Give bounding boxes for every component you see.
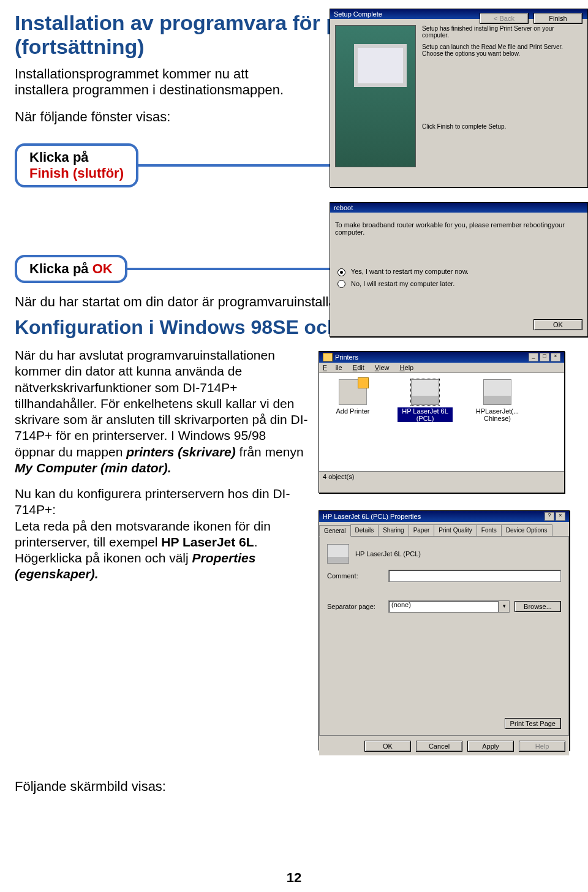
separator-select[interactable]: (none) — [388, 600, 499, 613]
setup-text-3: Click Finish to complete Setup. — [422, 123, 582, 130]
reboot-opt2-label: No, I will restart my computer later. — [351, 280, 454, 287]
setup-text-2: Setup can launch the Read Me file and Pr… — [422, 43, 582, 57]
finish-button[interactable]: Finish — [533, 13, 582, 24]
add-printer-icon — [339, 379, 367, 405]
callout-finish: Klicka på Finish (slutför) — [15, 143, 138, 187]
printer-icon — [411, 379, 439, 405]
tab-sharing[interactable]: Sharing — [378, 524, 409, 536]
callout-ok-pre: Klicka på — [29, 261, 92, 276]
tab-device-options[interactable]: Device Options — [501, 524, 552, 536]
add-printer-label: Add Printer — [336, 407, 369, 415]
reboot-opt1-label: Yes, I want to restart my computer now. — [351, 268, 469, 275]
printers-title: Printers — [335, 353, 358, 361]
reboot-opt-no[interactable]: No, I will restart my computer later. — [337, 280, 582, 289]
para-1: När du har avslutat programvaruinstallat… — [15, 347, 309, 476]
final-text: Följande skärmbild visas: — [15, 779, 573, 795]
minimize-icon[interactable]: _ — [529, 353, 538, 361]
callout-finish-red: Finish (slutför) — [29, 165, 124, 181]
reboot-title: reboot — [334, 204, 353, 211]
menu-view[interactable]: View — [375, 364, 390, 371]
printer-item-1[interactable]: HP LaserJet 6L (PCL) — [398, 379, 453, 465]
reboot-opt-yes[interactable]: Yes, I want to restart my computer now. — [337, 268, 582, 276]
menu-file[interactable]: File — [323, 364, 342, 371]
printer-icon — [327, 544, 349, 564]
printer-item-1-label: HP LaserJet 6L (PCL) — [398, 407, 453, 422]
para-2: Nu kan du konfigurera printerservern hos… — [15, 486, 309, 583]
tab-print-quality[interactable]: Print Quality — [434, 524, 477, 536]
properties-window: HP LaserJet 6L (PCL) Properties ? × Gene… — [318, 510, 570, 750]
callout-ok-red: OK — [92, 261, 113, 276]
radio-icon — [337, 280, 345, 288]
reboot-window: reboot To make broadband router workable… — [330, 202, 588, 337]
close-icon[interactable]: × — [556, 512, 565, 521]
props-printer-name: HP LaserJet 6L (PCL) — [355, 550, 421, 558]
props-ok-button[interactable]: OK — [364, 741, 411, 752]
browse-button[interactable]: Browse... — [514, 601, 561, 612]
comment-label: Comment: — [327, 572, 388, 580]
comment-input[interactable] — [388, 570, 561, 582]
tab-paper[interactable]: Paper — [409, 524, 435, 536]
reboot-msg: To make broadband router workable for yo… — [335, 221, 582, 236]
props-title: HP LaserJet 6L (PCL) Properties — [323, 513, 421, 520]
separator-label: Separator page: — [327, 603, 388, 610]
intro-text: Installationsprogrammet kommer nu att in… — [15, 66, 284, 98]
add-printer-item[interactable]: Add Printer — [325, 379, 380, 465]
props-tabs: General Details Sharing Paper Print Qual… — [319, 522, 569, 536]
tab-fonts[interactable]: Fonts — [477, 524, 502, 536]
setup-complete-window: Setup Complete Setup has finished instal… — [330, 9, 588, 187]
back-button[interactable]: < Back — [480, 13, 529, 24]
printers-folder-icon — [323, 353, 333, 361]
printers-statusbar: 4 object(s) — [319, 471, 564, 482]
tab-details[interactable]: Details — [350, 524, 379, 536]
props-titlebar: HP LaserJet 6L (PCL) Properties ? × — [319, 511, 569, 522]
props-apply-button[interactable]: Apply — [467, 741, 514, 752]
setup-side-image — [335, 25, 416, 167]
close-icon[interactable]: × — [551, 353, 560, 361]
maximize-icon[interactable]: □ — [540, 353, 549, 361]
menu-edit[interactable]: Edit — [353, 364, 364, 371]
printers-titlebar: Printers _ □ × — [319, 352, 564, 363]
ok-button[interactable]: OK — [533, 319, 582, 330]
tab-general[interactable]: General — [319, 525, 351, 537]
chevron-down-icon[interactable]: ▾ — [499, 600, 510, 613]
setup-text-1: Setup has finished installing Print Serv… — [422, 25, 582, 39]
menu-help[interactable]: Help — [400, 364, 414, 371]
help-icon[interactable]: ? — [545, 512, 554, 521]
printer-item-2-label: HPLaserJet(... Chinese) — [476, 407, 519, 422]
radio-sel-icon — [337, 268, 345, 276]
printer-item-2[interactable]: HPLaserJet(... Chinese) — [470, 379, 525, 465]
printers-menubar[interactable]: File Edit View Help — [319, 363, 564, 373]
page-number: 12 — [0, 870, 588, 886]
setup-title: Setup Complete — [334, 10, 382, 18]
callout-ok: Klicka på OK — [15, 255, 127, 283]
printer-icon — [483, 379, 511, 405]
callout-finish-pre: Klicka på — [29, 149, 89, 165]
props-cancel-button[interactable]: Cancel — [416, 741, 462, 752]
reboot-titlebar: reboot — [330, 203, 587, 213]
printers-window: Printers _ □ × File Edit View Help — [318, 351, 565, 493]
print-test-page-button[interactable]: Print Test Page — [505, 718, 561, 729]
props-help-button[interactable]: Help — [519, 741, 565, 752]
